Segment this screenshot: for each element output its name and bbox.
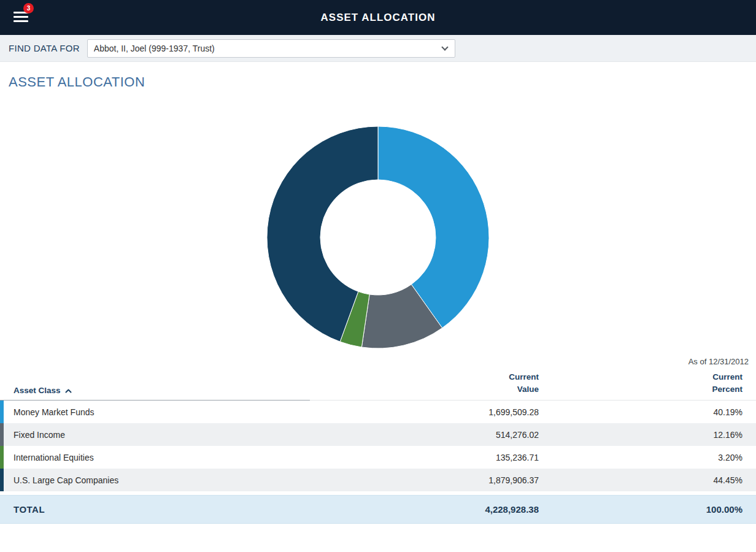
chart-container [0, 125, 756, 350]
account-select[interactable]: Abbot, II, Joel (999-1937, Trust) [87, 39, 455, 58]
current-value-cell: 1,879,906.37 [324, 475, 539, 485]
asset-table-body: Money Market Funds 1,699,509.28 40.19% F… [0, 401, 756, 491]
menu-button[interactable]: 3 [12, 7, 34, 28]
row-color-chip [0, 401, 4, 423]
current-value-cell: 1,699,509.28 [324, 407, 539, 417]
hamburger-icon [14, 12, 28, 25]
table-row[interactable]: Fixed Income 514,276.02 12.16% [0, 423, 756, 446]
section-heading: ASSET ALLOCATION [9, 74, 756, 90]
account-select-value: Abbot, II, Joel (999-1937, Trust) [94, 44, 215, 53]
top-bar: 3 ASSET ALLOCATION [0, 0, 756, 35]
column-header-current-value[interactable]: Current Value [324, 371, 539, 395]
table-row[interactable]: International Equities 135,236.71 3.20% [0, 446, 756, 469]
current-percent-cell: 44.45% [539, 475, 756, 485]
notification-badge: 3 [23, 3, 34, 13]
column-header-current-percent[interactable]: Current Percent [539, 371, 756, 395]
asset-allocation-table: Asset Class Current Value Current Percen… [0, 371, 756, 524]
page: 3 ASSET ALLOCATION FIND DATA FOR Abbot, … [0, 0, 756, 552]
row-color-chip [0, 423, 4, 446]
asset-class-header-label: Asset Class [14, 386, 61, 395]
total-current-value: 4,228,928.38 [324, 504, 539, 515]
asset-class-cell: International Equities [0, 453, 324, 462]
total-label: TOTAL [0, 504, 324, 515]
table-header-row: Asset Class Current Value Current Percen… [0, 371, 756, 401]
sort-asc-icon [65, 389, 72, 393]
donut-chart[interactable] [265, 125, 491, 350]
asset-class-cell: Money Market Funds [0, 407, 324, 417]
asset-class-cell: Fixed Income [0, 430, 324, 440]
row-color-chip [0, 446, 4, 469]
asset-class-cell: U.S. Large Cap Companies [0, 475, 324, 485]
current-percent-cell: 40.19% [539, 407, 756, 417]
total-current-percent: 100.00% [539, 504, 756, 515]
current-percent-cell: 3.20% [539, 453, 756, 462]
find-data-bar: FIND DATA FOR Abbot, II, Joel (999-1937,… [0, 35, 756, 62]
table-row[interactable]: Money Market Funds 1,699,509.28 40.19% [0, 401, 756, 423]
column-header-asset-class[interactable]: Asset Class [0, 386, 324, 395]
current-value-cell: 514,276.02 [324, 430, 539, 440]
total-row: TOTAL 4,228,928.38 100.00% [0, 495, 756, 524]
current-value-cell: 135,236.71 [324, 453, 539, 462]
as-of-label: As of 12/31/2012 [0, 357, 756, 366]
find-data-label: FIND DATA FOR [9, 43, 80, 53]
table-row[interactable]: U.S. Large Cap Companies 1,879,906.37 44… [0, 469, 756, 491]
chevron-down-icon [441, 44, 448, 50]
page-title: ASSET ALLOCATION [321, 12, 436, 24]
current-percent-cell: 12.16% [539, 430, 756, 440]
row-color-chip [0, 469, 4, 491]
